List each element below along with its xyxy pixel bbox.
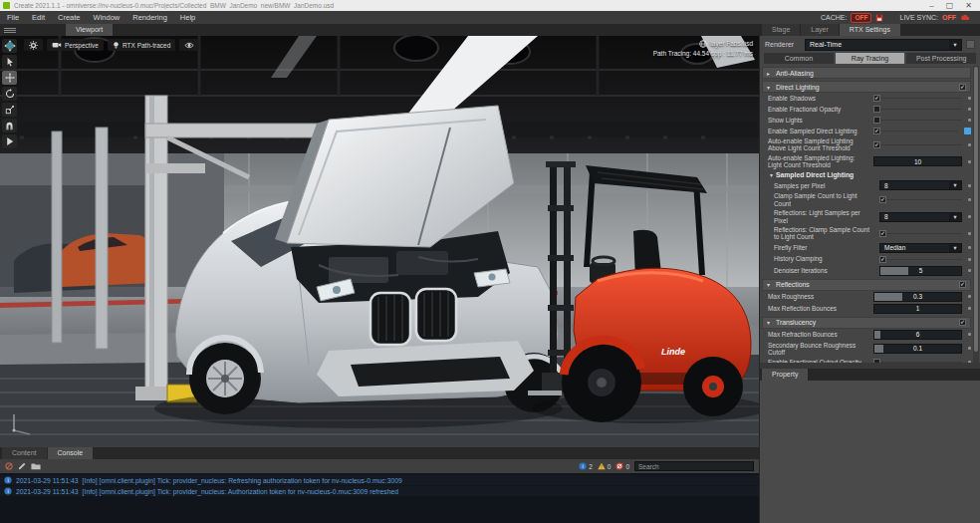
- window-title: Create 2021.1.1 - omniverse://nv-nucleus…: [14, 2, 929, 9]
- visibility-button[interactable]: [179, 39, 199, 51]
- section-enable-checkbox[interactable]: [959, 84, 966, 91]
- tool-select-cursor[interactable]: [2, 55, 17, 69]
- rtx-settings-sections: ▸Anti-Aliasing▾Direct LightingEnable Sha…: [760, 66, 980, 363]
- field-value: 8: [880, 182, 949, 189]
- cache-status-badge[interactable]: OFF: [851, 13, 871, 23]
- setting-checkbox[interactable]: [873, 95, 880, 102]
- 3d-scene: Linde: [0, 36, 759, 447]
- setting-label: Enable Fractional Opacity: [768, 106, 869, 113]
- dropdown-field[interactable]: Median▼: [879, 243, 962, 253]
- tab-stage[interactable]: Stage: [762, 24, 800, 36]
- camera-mode-button[interactable]: Perspective: [47, 39, 104, 51]
- tab-rtx-settings[interactable]: RTX Settings: [840, 24, 900, 36]
- section-enable-checkbox[interactable]: [959, 281, 966, 288]
- setting-checkbox[interactable]: [879, 256, 886, 263]
- menu-create[interactable]: Create: [58, 13, 81, 22]
- scrollbar-thumb[interactable]: [974, 67, 978, 352]
- renderer-settings-button[interactable]: [966, 40, 975, 49]
- setting-control: 0.1: [873, 344, 962, 354]
- setting-checkbox[interactable]: [879, 196, 886, 203]
- slider-field[interactable]: 5: [879, 266, 962, 276]
- setting-control: 10: [873, 156, 962, 166]
- menu-help[interactable]: Help: [180, 13, 195, 22]
- setting-checkbox[interactable]: [873, 141, 880, 148]
- menu-file[interactable]: File: [7, 13, 19, 22]
- number-field[interactable]: 10: [873, 156, 962, 166]
- subtab-post-processing[interactable]: Post Processing: [906, 53, 976, 64]
- subsection-header[interactable]: ▾Sampled Direct Lighting: [762, 169, 971, 179]
- tool-play[interactable]: [2, 134, 17, 148]
- tool-scale[interactable]: [2, 103, 17, 117]
- tool-move[interactable]: [2, 71, 17, 85]
- renderer-dropdown[interactable]: Real-Time ▼: [805, 39, 962, 51]
- live-sync-label: LIVE SYNC:: [899, 14, 938, 21]
- setting-label: Reflections: Clamp Sample Count to Light…: [774, 226, 875, 241]
- field-value: 5: [919, 267, 923, 274]
- menu-window[interactable]: Window: [94, 13, 121, 22]
- section-enable-checkbox[interactable]: [959, 319, 966, 326]
- divider: [880, 144, 962, 145]
- log-time: 2021-03-29 11:51:43: [16, 477, 79, 484]
- menu-edit[interactable]: Edit: [32, 13, 45, 22]
- chevron-down-icon: ▼: [949, 213, 961, 221]
- right-panel-tabbar: StageLayerRTX Settings: [760, 24, 980, 36]
- dropdown-field[interactable]: 8▼: [879, 212, 962, 222]
- section-header[interactable]: ▾Translucency: [762, 317, 971, 329]
- tab-content[interactable]: Content: [2, 447, 47, 459]
- slider-field[interactable]: 0.3: [873, 292, 962, 302]
- log-entry[interactable]: i2021-03-29 11:51:43[Info] [omni.client.…: [0, 486, 759, 496]
- setting-label: Max Reflection Bounces: [768, 305, 869, 312]
- menu-rendering[interactable]: Rendering: [132, 13, 167, 22]
- dropdown-field[interactable]: 8▼: [879, 180, 962, 190]
- tool-navigation-sphere[interactable]: [2, 39, 17, 53]
- viewport-canvas[interactable]: Linde Perspective: [0, 36, 759, 447]
- console-toolbar: i 2 ! 0 0: [0, 459, 759, 473]
- tab-console[interactable]: Console: [48, 447, 94, 459]
- number-field[interactable]: 1: [873, 304, 962, 314]
- slider-field[interactable]: 0.1: [873, 344, 962, 354]
- tool-snap[interactable]: [2, 119, 17, 132]
- section-header[interactable]: ▸Anti-Aliasing: [762, 67, 971, 79]
- setting-checkbox[interactable]: [873, 106, 880, 113]
- setting-checkbox[interactable]: [873, 128, 880, 134]
- info-icon: i: [4, 487, 12, 495]
- info-counter[interactable]: i 2: [579, 462, 593, 470]
- reset-indicator[interactable]: [964, 128, 971, 134]
- warning-counter[interactable]: ! 0: [598, 462, 612, 470]
- log-entry[interactable]: i2021-03-29 11:51:43[Info] [omni.client.…: [0, 475, 759, 485]
- setting-checkbox[interactable]: [873, 359, 880, 363]
- error-counter[interactable]: 0: [615, 462, 629, 470]
- edit-icon[interactable]: [18, 462, 26, 470]
- tab-layer[interactable]: Layer: [801, 24, 839, 36]
- setting-checkbox[interactable]: [879, 230, 886, 237]
- open-folder-icon[interactable]: [31, 462, 41, 470]
- setting-label: Firefly Filter: [774, 244, 875, 251]
- setting-checkbox[interactable]: [873, 117, 880, 124]
- layer-indicator[interactable]: layer Fabs.usd: [710, 39, 753, 49]
- setting-control: [873, 106, 962, 113]
- subtab-common[interactable]: Common: [764, 53, 834, 64]
- panel-grip-icon[interactable]: [4, 24, 16, 36]
- setting-control: 8▼: [879, 180, 962, 190]
- setting-row: Firefly FilterMedian▼: [762, 242, 971, 254]
- close-button[interactable]: ✕: [965, 1, 972, 11]
- settings-scrollbar[interactable]: [973, 66, 979, 363]
- field-value: 10: [914, 158, 921, 165]
- reset-indicator: [968, 347, 971, 350]
- viewport-settings-button[interactable]: [24, 39, 43, 51]
- slider-field[interactable]: 6: [873, 330, 962, 340]
- omniverse-create-window: Create 2021.1.1 - omniverse://nv-nucleus…: [0, 0, 980, 523]
- section-header[interactable]: ▾Direct Lighting: [762, 81, 971, 93]
- console-search-input[interactable]: [634, 461, 754, 471]
- live-sync-status[interactable]: OFF: [942, 14, 956, 21]
- render-mode-button[interactable]: RTX Path-traced: [108, 39, 175, 51]
- maximize-button[interactable]: ▢: [946, 1, 954, 11]
- tab-viewport[interactable]: Viewport: [66, 24, 113, 36]
- subtab-ray-tracing[interactable]: Ray Tracing: [836, 53, 905, 64]
- scale-icon: [5, 105, 15, 115]
- clear-console-icon[interactable]: [5, 462, 13, 470]
- tab-property[interactable]: Property: [762, 369, 808, 381]
- section-header[interactable]: ▾Reflections: [762, 279, 971, 291]
- tool-rotate[interactable]: [2, 87, 17, 101]
- minimize-button[interactable]: –: [929, 1, 933, 11]
